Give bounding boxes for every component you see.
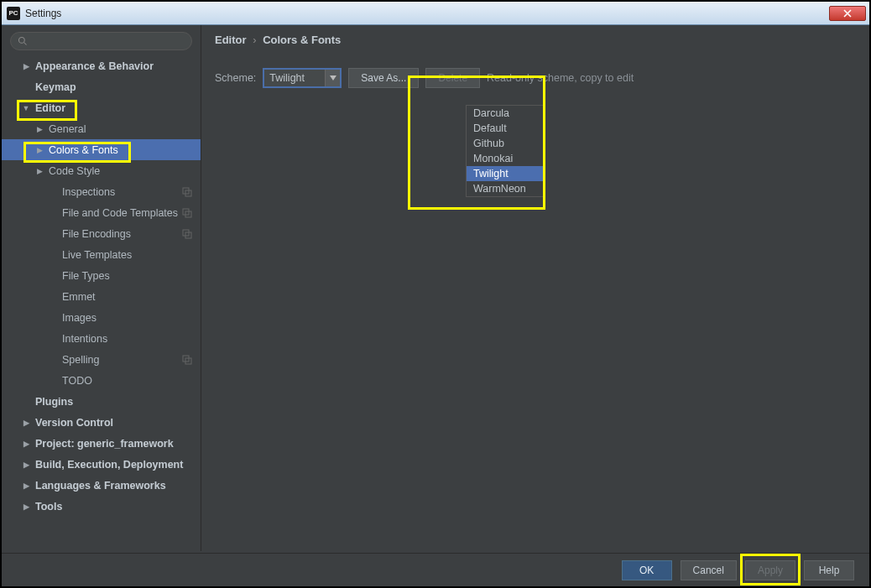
- chevron-down-icon: [330, 75, 336, 81]
- sidebar-item-colors-fonts[interactable]: ▶Colors & Fonts: [2, 139, 201, 160]
- breadcrumb-sep: ›: [253, 34, 256, 46]
- chevron-right-icon: ▶: [22, 461, 30, 469]
- sidebar-item-label: Languages & Frameworks: [35, 480, 166, 492]
- scheme-row: Scheme: Twilight Save As... Delete Read-…: [201, 51, 869, 88]
- sidebar-item-label: Appearance & Behavior: [35, 60, 154, 72]
- readonly-hint: Read-only scheme, copy to edit: [487, 72, 634, 84]
- sidebar-item-label: Build, Execution, Deployment: [35, 459, 183, 471]
- svg-point-0: [19, 38, 25, 44]
- sidebar-item-file-encodings[interactable]: File Encodings: [2, 223, 201, 244]
- ok-button[interactable]: OK: [622, 560, 672, 580]
- combo-arrow-button[interactable]: [325, 70, 340, 86]
- scheme-label: Scheme:: [215, 72, 256, 84]
- sidebar-item-code-style[interactable]: ▶Code Style: [2, 160, 201, 181]
- sidebar-item-keymap[interactable]: Keymap: [2, 76, 201, 97]
- sidebar-item-appearance-behavior[interactable]: ▶Appearance & Behavior: [2, 55, 201, 76]
- sidebar-item-file-and-code-templates[interactable]: File and Code Templates: [2, 202, 201, 223]
- titlebar: PC Settings: [2, 2, 869, 25]
- breadcrumb-current: Colors & Fonts: [263, 34, 341, 46]
- sidebar-item-label: Keymap: [35, 81, 76, 93]
- sidebar-item-plugins[interactable]: Plugins: [2, 391, 201, 412]
- scheme-option-github[interactable]: Github: [467, 136, 544, 151]
- search-icon: [18, 36, 28, 46]
- scheme-option-monokai[interactable]: Monokai: [467, 151, 544, 166]
- cancel-button[interactable]: Cancel: [681, 560, 737, 580]
- search-input[interactable]: [10, 32, 192, 50]
- chevron-right-icon: ▶: [35, 146, 44, 154]
- main-panel: Editor › Colors & Fonts Scheme: Twilight…: [201, 25, 869, 551]
- sidebar-item-label: General: [49, 123, 86, 135]
- breadcrumb-parent: Editor: [215, 34, 247, 46]
- sidebar-item-inspections[interactable]: Inspections: [2, 181, 201, 202]
- svg-line-1: [24, 43, 27, 45]
- close-button[interactable]: [829, 6, 866, 21]
- chevron-right-icon: ▶: [22, 502, 30, 511]
- breadcrumb: Editor › Colors & Fonts: [201, 25, 869, 51]
- sidebar-item-todo[interactable]: TODO: [2, 370, 201, 391]
- search-field[interactable]: [31, 35, 185, 47]
- sidebar-item-label: File Encodings: [62, 228, 131, 240]
- sidebar-item-build-execution-deployment[interactable]: ▶Build, Execution, Deployment: [2, 454, 201, 475]
- sidebar-item-languages-frameworks[interactable]: ▶Languages & Frameworks: [2, 475, 201, 496]
- sidebar-item-label: Version Control: [35, 417, 113, 429]
- sidebar-item-images[interactable]: Images: [2, 307, 201, 328]
- chevron-right-icon: ▶: [35, 125, 44, 133]
- chevron-right-icon: ▶: [35, 167, 44, 175]
- chevron-right-icon: ▶: [22, 440, 30, 448]
- sidebar-item-label: Intentions: [62, 333, 107, 345]
- delete-button[interactable]: Delete: [425, 68, 480, 88]
- save-as-button[interactable]: Save As...: [348, 68, 419, 88]
- help-button[interactable]: Help: [804, 560, 854, 580]
- chevron-down-icon: ▼: [22, 104, 30, 112]
- sidebar-item-general[interactable]: ▶General: [2, 118, 201, 139]
- sidebar-item-label: Inspections: [62, 186, 115, 198]
- window-title: Settings: [25, 8, 829, 19]
- app-icon: PC: [7, 7, 20, 20]
- chevron-right-icon: ▶: [22, 419, 30, 427]
- sidebar-item-label: Colors & Fonts: [49, 144, 118, 156]
- sidebar-item-label: Tools: [35, 501, 62, 513]
- sidebar-item-live-templates[interactable]: Live Templates: [2, 244, 201, 265]
- sidebar-item-intentions[interactable]: Intentions: [2, 328, 201, 349]
- sidebar-item-label: Code Style: [49, 165, 100, 177]
- sidebar-item-spelling[interactable]: Spelling: [2, 349, 201, 370]
- chevron-right-icon: ▶: [22, 481, 30, 490]
- sidebar-item-version-control[interactable]: ▶Version Control: [2, 412, 201, 433]
- copy-icon: [182, 355, 192, 365]
- dialog-footer: OK Cancel Apply Help: [2, 553, 869, 586]
- scheme-combo[interactable]: Twilight: [263, 68, 342, 88]
- sidebar-item-project-generic-framework[interactable]: ▶Project: generic_framework: [2, 433, 201, 454]
- sidebar-item-label: Images: [62, 312, 96, 324]
- scheme-option-warmneon[interactable]: WarmNeon: [467, 181, 544, 196]
- sidebar-item-label: Plugins: [35, 396, 73, 408]
- sidebar-item-file-types[interactable]: File Types: [2, 265, 201, 286]
- scheme-value: Twilight: [269, 72, 305, 84]
- sidebar-item-label: Project: generic_framework: [35, 438, 174, 450]
- sidebar-item-label: Emmet: [62, 291, 96, 303]
- sidebar-item-label: File and Code Templates: [62, 207, 178, 219]
- sidebar-item-label: Live Templates: [62, 249, 132, 261]
- copy-icon: [182, 229, 192, 239]
- sidebar-item-label: Spelling: [62, 354, 99, 366]
- scheme-option-default[interactable]: Default: [467, 121, 544, 136]
- scheme-option-darcula[interactable]: Darcula: [467, 106, 544, 121]
- chevron-right-icon: ▶: [22, 62, 30, 70]
- sidebar-item-tools[interactable]: ▶Tools: [2, 496, 201, 517]
- scheme-option-twilight[interactable]: Twilight: [467, 166, 544, 181]
- close-icon: [843, 9, 852, 18]
- apply-button[interactable]: Apply: [745, 560, 795, 580]
- copy-icon: [182, 208, 192, 218]
- sidebar-item-editor[interactable]: ▼Editor: [2, 97, 201, 118]
- scheme-dropdown[interactable]: DarculaDefaultGithubMonokaiTwilightWarmN…: [466, 105, 545, 197]
- sidebar-item-emmet[interactable]: Emmet: [2, 286, 201, 307]
- sidebar-item-label: TODO: [62, 375, 92, 387]
- settings-sidebar: ▶Appearance & BehaviorKeymap▼Editor▶Gene…: [2, 25, 201, 551]
- copy-icon: [182, 187, 192, 197]
- sidebar-item-label: Editor: [35, 102, 65, 114]
- settings-tree[interactable]: ▶Appearance & BehaviorKeymap▼Editor▶Gene…: [2, 55, 201, 517]
- sidebar-item-label: File Types: [62, 270, 110, 282]
